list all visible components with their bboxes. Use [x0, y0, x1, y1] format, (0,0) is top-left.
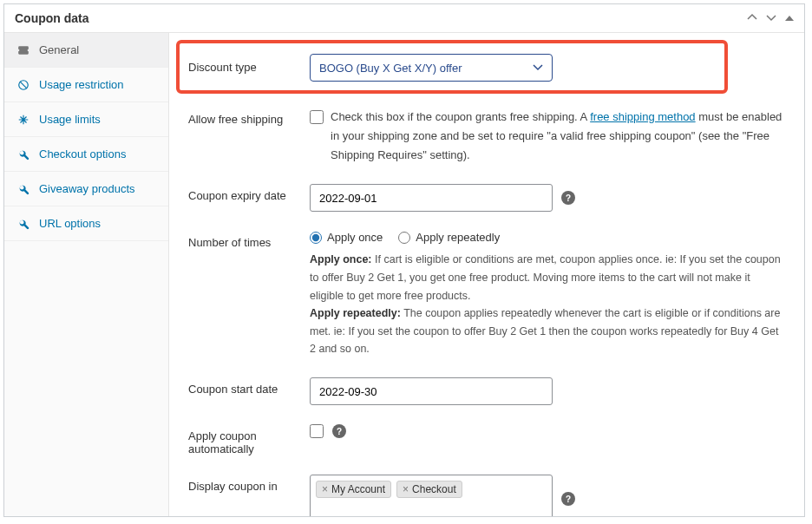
tag-checkout: × Checkout: [396, 481, 462, 498]
sidebar-item-label: Checkout options: [39, 147, 126, 160]
expiry-date-input[interactable]: [310, 184, 553, 212]
start-date-input[interactable]: [310, 377, 553, 405]
panel-header-actions: [747, 12, 794, 25]
sidebar-item-label: Usage restriction: [39, 78, 124, 91]
remove-tag-icon[interactable]: ×: [403, 483, 409, 495]
free-shipping-link[interactable]: free shipping method: [590, 110, 695, 123]
sidebar-item-label: URL options: [39, 217, 101, 230]
display-in-tags-input[interactable]: × My Account × Checkout: [310, 475, 553, 516]
wrench-icon: [16, 148, 30, 160]
limits-icon: [16, 114, 30, 126]
sidebar-item-usage-restriction[interactable]: Usage restriction: [4, 68, 168, 102]
content-area: Discount type BOGO (Buy X Get X/Y) offer…: [169, 33, 804, 516]
block-icon: [16, 79, 30, 91]
sidebar-item-label: General: [39, 43, 79, 56]
wrench-icon: [16, 183, 30, 195]
move-up-icon[interactable]: [747, 12, 757, 25]
toggle-icon[interactable]: [785, 12, 794, 25]
discount-type-select[interactable]: BOGO (Buy X Get X/Y) offer: [310, 54, 553, 82]
expiry-label: Coupon expiry date: [188, 184, 310, 202]
display-in-label: Display coupon in: [188, 475, 310, 493]
remove-tag-icon[interactable]: ×: [322, 483, 328, 495]
svg-line-1: [20, 81, 27, 88]
sidebar-item-giveaway-products[interactable]: Giveaway products: [4, 172, 168, 206]
sidebar-item-url-options[interactable]: URL options: [4, 206, 168, 241]
help-icon[interactable]: ?: [561, 191, 575, 205]
sidebar-item-checkout-options[interactable]: Checkout options: [4, 137, 168, 172]
free-shipping-description: Check this box if the coupon grants free…: [331, 108, 785, 165]
wrench-icon: [16, 218, 30, 230]
apply-repeatedly-radio[interactable]: Apply repeatedly: [398, 231, 500, 244]
auto-apply-label: Apply coupon automatically: [188, 424, 310, 455]
tag-my-account: × My Account: [316, 481, 391, 498]
help-icon[interactable]: ?: [332, 424, 346, 438]
start-date-label: Coupon start date: [188, 377, 310, 396]
panel-title: Coupon data: [15, 11, 89, 25]
ticket-icon: [16, 44, 30, 56]
help-icon[interactable]: ?: [561, 492, 575, 506]
coupon-data-panel: Coupon data General: [3, 3, 805, 517]
sidebar-item-general[interactable]: General: [4, 33, 168, 68]
sidebar: General Usage restriction Usage limits C…: [4, 33, 169, 516]
sidebar-item-usage-limits[interactable]: Usage limits: [4, 102, 168, 137]
apply-once-radio[interactable]: Apply once: [310, 231, 383, 244]
free-shipping-checkbox[interactable]: [310, 110, 324, 124]
sidebar-item-label: Usage limits: [39, 113, 101, 126]
times-description: Apply once: If cart is eligible or condi…: [310, 251, 785, 358]
panel-header: Coupon data: [4, 4, 804, 33]
move-down-icon[interactable]: [766, 12, 776, 25]
times-label: Number of times: [188, 231, 310, 249]
discount-type-label: Discount type: [188, 54, 310, 74]
free-shipping-label: Allow free shipping: [188, 108, 310, 126]
sidebar-item-label: Giveaway products: [39, 182, 135, 195]
auto-apply-checkbox[interactable]: [310, 424, 324, 438]
